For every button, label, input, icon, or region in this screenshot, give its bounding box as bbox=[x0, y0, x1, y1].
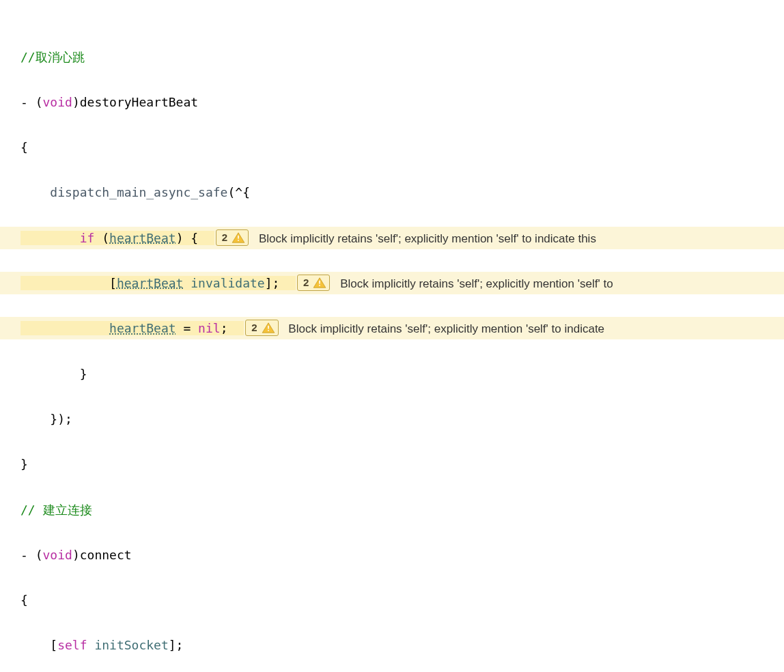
code-line: - (void)destoryHeartBeat bbox=[20, 91, 784, 113]
warning-message: Block implicitly retains 'self'; explici… bbox=[288, 322, 604, 335]
ivar-heartbeat: heartBeat bbox=[109, 321, 176, 335]
warning-icon bbox=[262, 322, 275, 333]
svg-rect-5 bbox=[268, 330, 269, 331]
code-line: dispatch_main_async_safe(^{ bbox=[20, 181, 784, 204]
warning-badge[interactable]: 2 bbox=[297, 275, 330, 291]
code-line-warning[interactable]: [heartBeat invalidate]; 2 Block implicit… bbox=[20, 272, 784, 294]
warning-icon bbox=[313, 277, 326, 288]
warning-message: Block implicitly retains 'self'; explici… bbox=[259, 232, 596, 245]
warning-badge[interactable]: 2 bbox=[216, 229, 249, 246]
comment: //取消心跳 bbox=[20, 50, 85, 64]
code-line: // 建立连接 bbox=[20, 499, 784, 521]
ivar-heartbeat: heartBeat bbox=[117, 276, 184, 290]
code-line: }); bbox=[20, 408, 784, 430]
warning-icon bbox=[232, 232, 245, 243]
code-line-warning[interactable]: if (heartBeat) { 2 Block implicitly reta… bbox=[20, 227, 784, 249]
svg-rect-4 bbox=[268, 326, 269, 329]
warning-count: 2 bbox=[246, 318, 261, 337]
code-line: { bbox=[20, 589, 784, 611]
svg-rect-0 bbox=[238, 235, 239, 238]
svg-rect-2 bbox=[320, 281, 321, 284]
code-line: } bbox=[20, 363, 784, 385]
code-line: //取消心跳 bbox=[20, 46, 784, 68]
code-line-warning[interactable]: heartBeat = nil; 2 Block implicitly reta… bbox=[20, 317, 784, 339]
warning-message: Block implicitly retains 'self'; explici… bbox=[340, 277, 613, 290]
ivar-heartbeat: heartBeat bbox=[109, 231, 176, 245]
code-editor[interactable]: //取消心跳 - (void)destoryHeartBeat { dispat… bbox=[0, 0, 784, 672]
comment: // 建立连接 bbox=[20, 503, 92, 517]
svg-rect-1 bbox=[238, 240, 239, 241]
warning-count: 2 bbox=[216, 228, 232, 247]
code-line: - (void)connect bbox=[20, 544, 784, 566]
code-line: [self initSocket]; bbox=[20, 634, 784, 656]
code-line: { bbox=[20, 136, 784, 158]
warning-badge[interactable]: 2 bbox=[245, 320, 278, 336]
warning-count: 2 bbox=[298, 273, 313, 292]
svg-rect-3 bbox=[320, 285, 321, 286]
code-line: } bbox=[20, 453, 784, 475]
